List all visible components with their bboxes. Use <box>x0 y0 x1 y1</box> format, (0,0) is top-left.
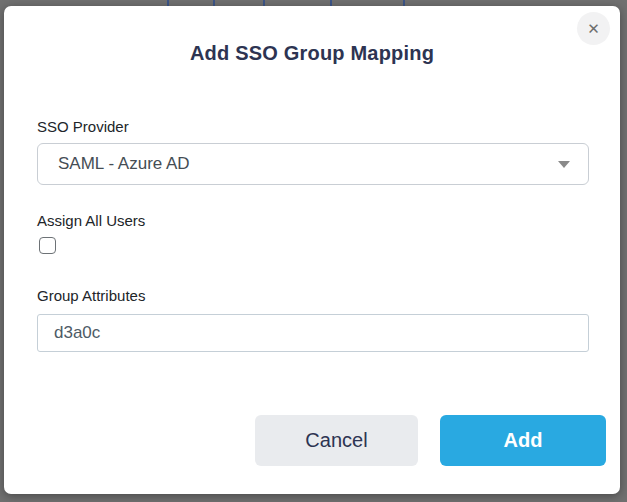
close-icon[interactable]: ✕ <box>577 12 610 45</box>
dialog-footer: Cancel Add <box>4 415 606 466</box>
sso-provider-selected-value: SAML - Azure AD <box>58 154 558 174</box>
add-sso-group-mapping-dialog: ✕ Add SSO Group Mapping SSO Provider SAM… <box>4 6 620 494</box>
assign-all-users-label: Assign All Users <box>37 212 593 230</box>
dialog-body: SSO Provider SAML - Azure AD Assign All … <box>4 118 620 352</box>
group-attributes-label: Group Attributes <box>37 287 593 305</box>
group-attributes-input[interactable] <box>37 314 589 352</box>
add-button[interactable]: Add <box>440 415 606 466</box>
dialog-title: Add SSO Group Mapping <box>4 6 620 66</box>
sso-provider-label: SSO Provider <box>37 118 593 136</box>
sso-provider-select[interactable]: SAML - Azure AD <box>37 143 589 185</box>
chevron-down-icon <box>558 161 570 168</box>
cancel-button[interactable]: Cancel <box>255 415 418 466</box>
assign-all-users-checkbox[interactable] <box>39 237 56 254</box>
